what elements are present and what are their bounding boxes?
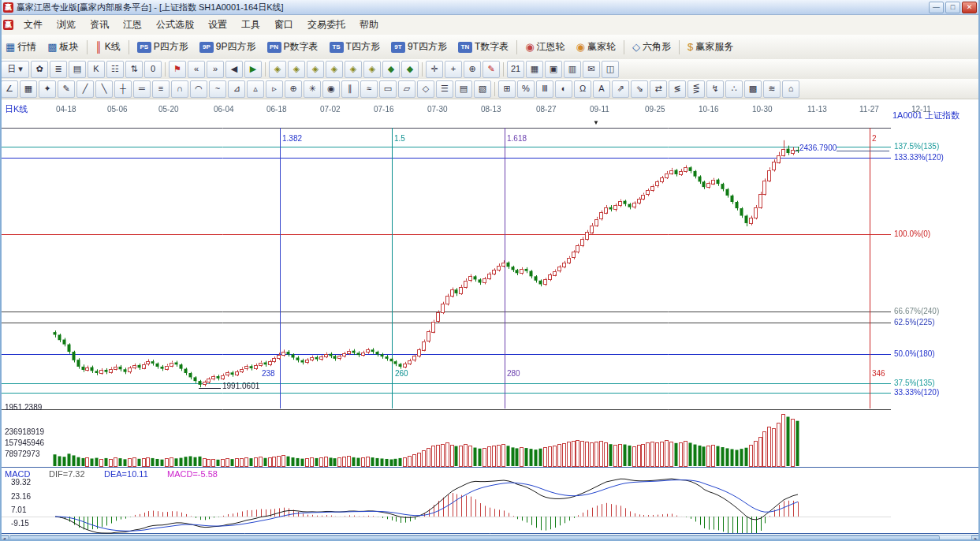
swap-tool[interactable]: ⇄: [650, 80, 667, 98]
kline-view-icon[interactable]: K: [88, 61, 105, 78]
grid-tool[interactable]: ▦: [20, 80, 37, 98]
shaded-box-tool[interactable]: ▧: [474, 80, 491, 98]
menu-item-4[interactable]: 江恩: [116, 15, 149, 35]
toolbar-button-P数字表[interactable]: PNP数字表: [263, 37, 323, 58]
quote-list-icon[interactable]: ≣: [50, 61, 67, 78]
wave-tool[interactable]: ~: [209, 80, 226, 98]
star-tool[interactable]: ✦: [39, 80, 56, 98]
scroll-left-arrow[interactable]: ◂: [0, 535, 9, 541]
semicircle-tool[interactable]: ◠: [190, 80, 207, 98]
hatch-tool[interactable]: ▩: [744, 80, 762, 98]
circle-tool[interactable]: ◉: [322, 80, 340, 98]
message-button[interactable]: ✉: [583, 61, 600, 78]
gann-circle-tool[interactable]: ⊕: [285, 80, 302, 98]
toolbar-button-K线[interactable]: ║K线: [91, 37, 125, 58]
prev-bar-button[interactable]: ◀: [225, 61, 243, 78]
speed-lines-tool[interactable]: ▤: [455, 80, 472, 98]
quadrant-tool[interactable]: ⊞: [498, 80, 516, 98]
gann-flower-icon[interactable]: ✿: [31, 61, 48, 78]
toolbar-button-赢家服务[interactable]: $赢家服务: [683, 37, 738, 58]
scroll-right-arrow[interactable]: ▸: [971, 535, 980, 541]
play-button[interactable]: ▶: [244, 61, 262, 78]
horizontal-line-tool[interactable]: ═: [133, 80, 151, 98]
menu-item-1[interactable]: 文件: [17, 15, 50, 35]
fib-levels-tool[interactable]: ☰: [436, 80, 453, 98]
horizontal-scrollbar[interactable]: ◂ ▸: [0, 535, 980, 541]
f10-info-icon[interactable]: ▤: [69, 61, 86, 78]
gann-diamond-5[interactable]: ◈: [345, 61, 362, 78]
first-bar-button[interactable]: «: [188, 61, 205, 78]
gann-diamond-1[interactable]: ◈: [269, 61, 286, 78]
menu-item-5[interactable]: 公式选股: [149, 15, 201, 35]
angle-tool[interactable]: ∠: [1, 80, 18, 98]
gann-diamond-8[interactable]: ◆: [401, 61, 419, 78]
toolbar-button-T四方形[interactable]: TST四方形: [325, 37, 385, 58]
parallel-lines-tool[interactable]: ≡: [152, 80, 170, 98]
calendar-21-button[interactable]: 21: [507, 61, 524, 78]
multi-grid-icon[interactable]: ☷: [106, 61, 124, 78]
annotate-button[interactable]: ✎: [483, 61, 500, 78]
menu-item-10[interactable]: 帮助: [352, 15, 386, 35]
pencil-tool[interactable]: ✎: [58, 80, 75, 98]
minimize-button[interactable]: —: [929, 2, 944, 13]
close-button[interactable]: ✕: [962, 2, 977, 13]
right-triangle-tool[interactable]: ▹: [266, 80, 283, 98]
menu-item-9[interactable]: 交易委托: [300, 15, 352, 35]
cross-line-tool[interactable]: ┼: [114, 80, 132, 98]
menu-item-3[interactable]: 资讯: [83, 15, 116, 35]
chart-canvas[interactable]: [0, 99, 980, 535]
home-tool[interactable]: ⌂: [782, 80, 799, 98]
toolbar-button-9T四方形[interactable]: 9T9T四方形: [386, 37, 452, 58]
diamond-tool[interactable]: ◇: [417, 80, 434, 98]
last-bar-button[interactable]: »: [207, 61, 224, 78]
gann-diamond-6[interactable]: ◈: [363, 61, 381, 78]
arc-tool[interactable]: ∩: [171, 80, 188, 98]
fib-wave-tool[interactable]: ≈: [360, 80, 378, 98]
triple-wave-tool[interactable]: ≋: [763, 80, 781, 98]
maximize-button[interactable]: □: [945, 2, 960, 13]
gann-diamond-3[interactable]: ◈: [307, 61, 324, 78]
menu-item-6[interactable]: 设置: [201, 15, 234, 35]
pan-tool-button[interactable]: ✛: [426, 61, 443, 78]
percent-tool[interactable]: %: [517, 80, 535, 98]
toolbar-button-P四方形[interactable]: PSP四方形: [132, 37, 193, 58]
period-dropdown[interactable]: 日 ▾: [1, 61, 29, 78]
toolbar-button-行情[interactable]: ▦行情: [1, 37, 41, 58]
gann-fan-tool[interactable]: ✳: [304, 80, 321, 98]
swap-period-icon[interactable]: ⇅: [125, 61, 143, 78]
cycle-tool[interactable]: ◐: [555, 80, 572, 98]
gann-diamond-4[interactable]: ◈: [326, 61, 343, 78]
toolbar-button-六角形[interactable]: ◇六角形: [628, 37, 676, 58]
panel-toggle-button[interactable]: ▣: [545, 61, 562, 78]
flag-marker-icon[interactable]: ⚑: [169, 61, 186, 78]
lightning-tool[interactable]: ↯: [706, 80, 724, 98]
toolbar-button-T数字表[interactable]: TNT数字表: [453, 37, 513, 58]
zoom-in-button[interactable]: +: [445, 61, 462, 78]
triangle-tool[interactable]: ⊿: [228, 80, 245, 98]
text-tool[interactable]: A: [593, 80, 610, 98]
compare-tool[interactable]: ≶: [669, 80, 686, 98]
arrow-down-tool[interactable]: ⇘: [631, 80, 648, 98]
channel-tool[interactable]: ∥: [341, 80, 359, 98]
save-layout-button[interactable]: ◫: [602, 61, 619, 78]
menu-item-2[interactable]: 浏览: [50, 15, 83, 35]
dots-tool[interactable]: ∴: [725, 80, 743, 98]
layout-button[interactable]: ▥: [564, 61, 581, 78]
trend-line-tool[interactable]: ╱: [76, 80, 94, 98]
down-line-tool[interactable]: ╲: [95, 80, 113, 98]
parallelogram-tool[interactable]: ▱: [398, 80, 415, 98]
up-triangle-tool[interactable]: ▵: [247, 80, 264, 98]
scroll-thumb[interactable]: [9, 535, 940, 541]
toolbar-button-江恩轮[interactable]: ◉江恩轮: [520, 37, 569, 58]
toolbar-button-板块[interactable]: ▩板块: [43, 37, 83, 58]
menu-item-8[interactable]: 窗口: [267, 15, 300, 35]
thirds-tool[interactable]: Ⅲ: [536, 80, 553, 98]
band-tool[interactable]: ⋚: [687, 80, 705, 98]
reset-icon[interactable]: 0: [144, 61, 162, 78]
data-table-button[interactable]: ▦: [526, 61, 543, 78]
resistance-tool[interactable]: Ω: [574, 80, 591, 98]
gann-diamond-7[interactable]: ◆: [382, 61, 400, 78]
rectangle-tool[interactable]: ▭: [379, 80, 397, 98]
toolbar-button-9P四方形[interactable]: 9P9P四方形: [195, 37, 261, 58]
arrow-up-tool[interactable]: ⇗: [612, 80, 629, 98]
